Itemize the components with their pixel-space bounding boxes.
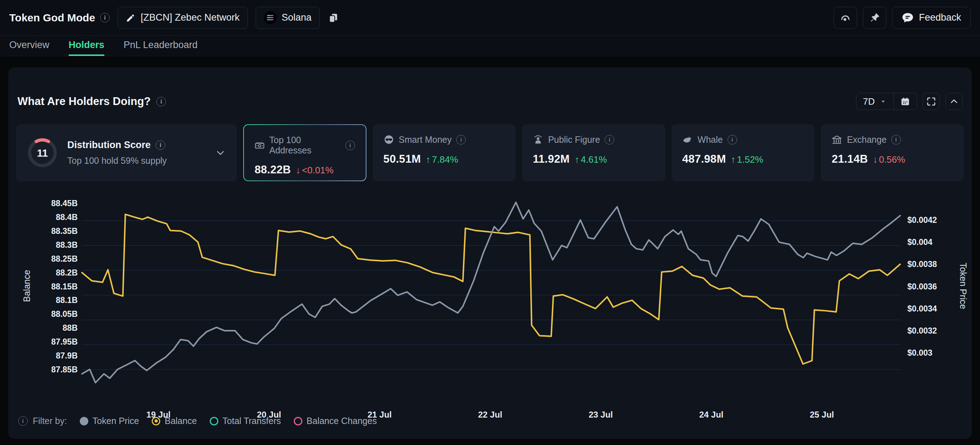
- range-label: 7D: [863, 96, 875, 107]
- info-icon[interactable]: [156, 140, 165, 150]
- stat-label-row: Top 100 Addresses: [255, 135, 355, 156]
- legend-prefix: Filter by:: [18, 416, 67, 426]
- exchange-bank-icon: [832, 134, 842, 145]
- stat-value: 11.92M: [533, 153, 570, 165]
- stat-label-row: Exchange: [832, 134, 953, 145]
- stat-value-row: 21.14B ↓0.56%: [832, 153, 953, 165]
- solana-logo-icon: [264, 11, 277, 24]
- stat-label-row: Whale: [682, 134, 804, 145]
- change-arrow: ↑: [575, 154, 579, 165]
- tab-holders[interactable]: Holders: [69, 36, 105, 56]
- stat-label-text: Exchange: [847, 135, 886, 145]
- distribution-title: Distribution Score: [67, 140, 167, 151]
- info-icon[interactable]: [100, 13, 110, 22]
- legend-item-balance[interactable]: Balance: [152, 416, 197, 426]
- legend-item-total-transfers[interactable]: Total Transfers: [210, 416, 281, 426]
- change-arrow: ↓: [296, 165, 301, 176]
- stat-label-text: Top 100 Addresses: [269, 135, 340, 156]
- legend-label: Total Transfers: [223, 416, 281, 426]
- stat-label-text: Whale: [698, 135, 723, 145]
- stat-change: ↑1.52%: [731, 154, 764, 165]
- change-text: <0.01%: [302, 165, 334, 176]
- legend-label: Balance: [164, 416, 197, 426]
- token-selector-button[interactable]: [ZBCN] Zebec Network: [118, 7, 248, 29]
- stat-label-text: Smart Money: [399, 135, 452, 145]
- calendar-icon: [900, 97, 910, 106]
- legend-item-token-price[interactable]: Token Price: [80, 416, 139, 426]
- stat-cards-row: 11 Distribution Score Top 100 hold 59% s…: [9, 110, 971, 181]
- tab-overview[interactable]: Overview: [9, 36, 49, 56]
- stat-value: 487.98M: [682, 153, 726, 165]
- stat-value-row: 11.92M ↑4.61%: [533, 153, 654, 165]
- gauge-arc-icon: [840, 12, 851, 24]
- stat-label-row: Smart Money: [383, 134, 505, 145]
- legend-label: Balance Changes: [307, 416, 377, 426]
- top-bar-actions: Feedback: [834, 7, 971, 29]
- legend-marker-filled: [80, 417, 88, 426]
- stat-value: 88.22B: [255, 164, 291, 176]
- info-icon[interactable]: [727, 135, 737, 145]
- stat-value-row: 487.98M ↑1.52%: [682, 153, 804, 165]
- chart-legend: Filter by: Token Price Balance Total Tra…: [9, 416, 971, 438]
- info-icon[interactable]: [605, 135, 614, 145]
- stat-label-row: Public Figure: [533, 134, 654, 145]
- tab-bar: Overview Holders PnL Leaderboard: [0, 36, 980, 56]
- pin-icon: [869, 12, 880, 24]
- feedback-label: Feedback: [919, 12, 961, 23]
- stat-value-row: 88.22B ↓<0.01%: [255, 164, 355, 176]
- pin-button[interactable]: [863, 7, 886, 29]
- range-dropdown[interactable]: 7D: [856, 93, 893, 110]
- copy-icon: [328, 12, 339, 24]
- feedback-bubble-icon: [902, 12, 914, 24]
- stat-card-whale[interactable]: Whale 487.98M ↑1.52%: [671, 124, 815, 181]
- legend-marker-selected: [152, 417, 160, 426]
- stat-card-exchange[interactable]: Exchange 21.14B ↓0.56%: [821, 124, 964, 181]
- info-icon[interactable]: [156, 97, 166, 106]
- info-icon[interactable]: [345, 141, 355, 150]
- info-icon[interactable]: [891, 135, 901, 145]
- stat-card-smart-money[interactable]: Smart Money 50.51M ↑7.84%: [373, 124, 516, 181]
- distribution-score-card[interactable]: 11 Distribution Score Top 100 hold 59% s…: [16, 124, 237, 181]
- change-arrow: ↓: [873, 154, 877, 165]
- info-icon[interactable]: [18, 416, 28, 426]
- distribution-subtitle: Top 100 hold 59% supply: [67, 156, 167, 166]
- legend-item-balance-changes[interactable]: Balance Changes: [294, 416, 377, 426]
- smart-money-icon: [383, 134, 394, 145]
- chevron-up-icon: [949, 96, 959, 107]
- change-arrow: ↑: [426, 154, 431, 165]
- legend-marker-ring: [210, 417, 218, 426]
- holders-panel: What Are Holders Doing? 7D: [8, 68, 972, 439]
- stat-label-text: Public Figure: [548, 135, 600, 145]
- fullscreen-button[interactable]: [923, 93, 940, 110]
- stat-card-inner: Top 100 Addresses 88.22B ↓<0.01%: [244, 125, 366, 181]
- watch-button[interactable]: [834, 7, 857, 29]
- panel-title: What Are Holders Doing?: [18, 95, 166, 108]
- legend-label: Token Price: [92, 416, 139, 426]
- legend-prefix-text: Filter by:: [33, 416, 67, 426]
- date-range-control: 7D: [856, 93, 917, 110]
- distribution-gauge: 11: [27, 137, 58, 168]
- stat-value: 50.51M: [383, 153, 421, 165]
- calendar-button[interactable]: [894, 93, 916, 110]
- stat-value: 21.14B: [832, 153, 868, 165]
- token-god-mode-page: { "header": { "title": "Token God Mode",…: [0, 0, 980, 445]
- stat-change: ↑4.61%: [575, 154, 607, 165]
- stat-card-public-figure[interactable]: Public Figure 11.92M ↑4.61%: [522, 124, 665, 181]
- stat-value-row: 50.51M ↑7.84%: [383, 153, 505, 165]
- change-text: 0.56%: [879, 154, 905, 165]
- copy-address-button[interactable]: [328, 12, 339, 24]
- panel-title-text: What Are Holders Doing?: [18, 95, 151, 108]
- stat-card-top-100-addresses[interactable]: Top 100 Addresses 88.22B ↓<0.01%: [243, 124, 366, 181]
- token-selector-label: [ZBCN] Zebec Network: [141, 12, 240, 23]
- change-text: 4.61%: [581, 154, 607, 165]
- tab-pnl-leaderboard[interactable]: PnL Leaderboard: [124, 36, 198, 56]
- top-bar: Token God Mode [ZBCN] Zebec Network Sola…: [0, 0, 980, 36]
- chain-chip[interactable]: Solana: [256, 7, 320, 29]
- collapse-button[interactable]: [945, 93, 963, 110]
- stat-change: ↓0.56%: [873, 154, 905, 165]
- chevron-down-icon[interactable]: [215, 147, 226, 159]
- change-arrow: ↑: [731, 154, 736, 165]
- feedback-button[interactable]: Feedback: [892, 7, 971, 29]
- info-icon[interactable]: [456, 135, 466, 145]
- legend-marker-ring: [294, 417, 302, 426]
